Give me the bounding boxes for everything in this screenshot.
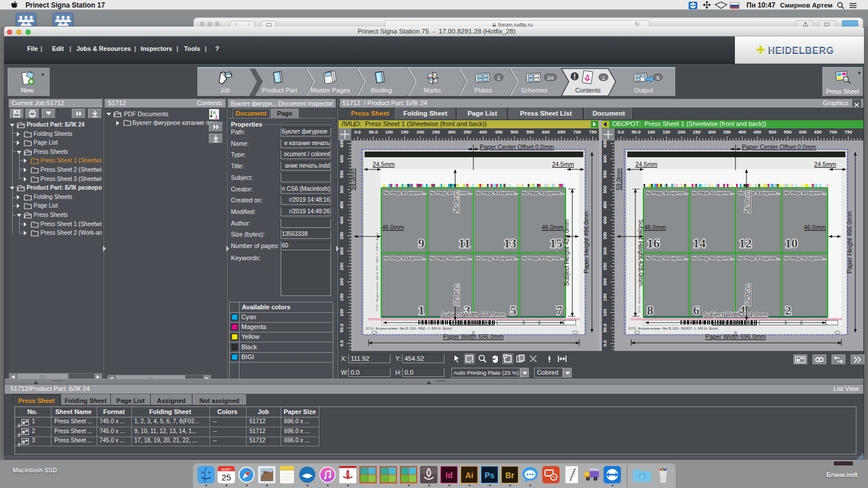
- svg-text:46.0mm: 46.0mm: [382, 224, 404, 231]
- svg-text:450: 450: [495, 130, 503, 135]
- svg-text:500: 500: [339, 186, 344, 194]
- svg-text:51712 - Фигурное катание - Mar: 51712 - Фигурное катание - Mar 25, 2019 …: [366, 327, 452, 330]
- svg-text:Paper Center Offset 0.0mm: Paper Center Offset 0.0mm: [480, 143, 554, 150]
- svg-text:250: 250: [339, 263, 344, 271]
- svg-text:Paper Height 496.0mm: Paper Height 496.0mm: [846, 211, 853, 273]
- svg-text:100: 100: [602, 308, 608, 316]
- svg-text:0.0: 0.0: [617, 130, 624, 135]
- svg-text:24.5mm: 24.5mm: [814, 161, 836, 168]
- svg-text:450: 450: [753, 130, 762, 135]
- svg-text:No Page Assignme...: No Page Assignme...: [693, 190, 734, 195]
- svg-text:No Page Assignme...: No Page Assignme...: [693, 256, 734, 261]
- svg-text:400: 400: [738, 130, 746, 135]
- svg-text:700: 700: [573, 130, 582, 135]
- svg-text:Paper Height 496.0mm: Paper Height 496.0mm: [583, 211, 590, 273]
- svg-text:59.0mm: 59.0mm: [349, 168, 356, 190]
- svg-text:350: 350: [464, 130, 472, 135]
- svg-text:25: 25: [222, 472, 231, 482]
- svg-text:No Page Assignme...: No Page Assignme...: [476, 190, 518, 195]
- svg-text:150: 150: [401, 130, 409, 135]
- svg-text:51712 - Фигурное катание - Mar: 51712 - Фигурное катание - Mar 25, 2019 …: [628, 327, 718, 330]
- svg-text:550: 550: [784, 130, 792, 135]
- svg-text:z: z: [215, 114, 218, 120]
- svg-text:10: 10: [785, 236, 798, 250]
- svg-text:No Page Assignme...: No Page Assignme...: [523, 190, 564, 195]
- svg-text:No Page Assignme...: No Page Assignme...: [646, 256, 688, 261]
- svg-text:200: 200: [678, 130, 686, 135]
- svg-text:5: 5: [510, 303, 517, 317]
- svg-text:300: 300: [602, 247, 608, 255]
- svg-text:No Page Assignme...: No Page Assignme...: [785, 256, 826, 261]
- svg-text:11: 11: [458, 236, 470, 250]
- svg-text:12.0mm: 12.0mm: [744, 284, 751, 306]
- svg-text:Ps: Ps: [484, 471, 494, 480]
- svg-text:300: 300: [339, 247, 344, 255]
- svg-text:24.5mm: 24.5mm: [373, 161, 395, 168]
- svg-text:!: !: [573, 73, 576, 81]
- svg-text:300: 300: [708, 130, 716, 135]
- svg-text:46.0mm: 46.0mm: [542, 224, 564, 231]
- svg-text:600: 600: [542, 130, 550, 135]
- svg-text:100: 100: [648, 130, 656, 135]
- svg-text:200: 200: [417, 130, 425, 135]
- svg-text:56.0mm: 56.0mm: [744, 191, 751, 213]
- svg-text:50.0: 50.0: [602, 323, 608, 332]
- svg-text:400: 400: [339, 216, 344, 224]
- svg-text:350: 350: [602, 231, 608, 239]
- svg-text:500: 500: [602, 186, 608, 194]
- svg-text:600: 600: [602, 154, 608, 162]
- svg-text:1: 1: [418, 303, 425, 317]
- svg-text:No Page Assignme...: No Page Assignme...: [431, 256, 472, 261]
- svg-text:550: 550: [526, 130, 534, 135]
- svg-text:16: 16: [647, 236, 660, 250]
- svg-text:500: 500: [510, 130, 518, 135]
- svg-text:750: 750: [844, 130, 852, 135]
- svg-text:No Page Assignme...: No Page Assignme...: [523, 256, 564, 261]
- svg-text:150: 150: [602, 293, 608, 301]
- svg-text:200: 200: [339, 278, 344, 286]
- svg-text:50.0: 50.0: [631, 130, 641, 135]
- svg-text:51712 - Фигурное катание - Mar: 51712 - Фигурное катание - Mar 25, 2019 …: [638, 231, 641, 312]
- svg-text:46.0mm: 46.0mm: [804, 224, 826, 231]
- svg-text:400: 400: [479, 130, 487, 135]
- svg-text:200: 200: [602, 278, 608, 286]
- svg-text:No Page Assignme...: No Page Assignme...: [646, 190, 688, 195]
- svg-text:750: 750: [589, 130, 597, 135]
- svg-text:350: 350: [723, 130, 731, 135]
- svg-text:Subject Height 424.0mm: Subject Height 424.0mm: [563, 219, 570, 286]
- svg-text:Br: Br: [505, 471, 514, 480]
- svg-text:650: 650: [339, 139, 344, 147]
- svg-text:Subject Width 604.0mm: Subject Width 604.0mm: [703, 311, 768, 318]
- svg-text:650: 650: [814, 130, 822, 135]
- svg-text:46.0mm: 46.0mm: [644, 224, 666, 231]
- svg-text:24.5mm: 24.5mm: [552, 161, 574, 168]
- svg-text:9: 9: [418, 236, 425, 250]
- svg-text:700: 700: [829, 130, 837, 135]
- svg-text:50.0: 50.0: [369, 130, 378, 135]
- svg-text:350: 350: [339, 231, 344, 239]
- svg-text:650: 650: [558, 130, 566, 135]
- svg-text:6: 6: [693, 303, 700, 317]
- svg-text:0.0: 0.0: [602, 340, 608, 347]
- svg-text:50.0: 50.0: [339, 323, 344, 332]
- svg-text:250: 250: [432, 130, 440, 135]
- svg-text:0.0: 0.0: [339, 340, 344, 347]
- svg-text:500: 500: [768, 130, 777, 135]
- svg-text:14: 14: [693, 236, 706, 250]
- svg-text:Paper Width 696.0mm: Paper Width 696.0mm: [705, 333, 766, 340]
- svg-text:300: 300: [448, 130, 456, 135]
- svg-text:No Page Assignme...: No Page Assignme...: [431, 190, 472, 195]
- svg-text:No Page Assignme...: No Page Assignme...: [384, 190, 426, 195]
- svg-text:13: 13: [504, 236, 517, 250]
- svg-text:56.0mm: 56.0mm: [453, 191, 459, 213]
- svg-text:Subject Width 604.0mm: Subject Width 604.0mm: [441, 311, 506, 318]
- svg-text:No Page Assignme...: No Page Assignme...: [785, 190, 826, 195]
- svg-text:2: 2: [785, 303, 792, 317]
- svg-text:59.0mm: 59.0mm: [615, 168, 622, 190]
- svg-text:0.0: 0.0: [354, 130, 361, 135]
- svg-text:МАРТ: МАРТ: [222, 468, 231, 471]
- svg-text:250: 250: [693, 130, 701, 135]
- svg-text:550: 550: [602, 170, 608, 178]
- svg-text:8: 8: [647, 303, 653, 317]
- svg-text:600: 600: [339, 154, 344, 162]
